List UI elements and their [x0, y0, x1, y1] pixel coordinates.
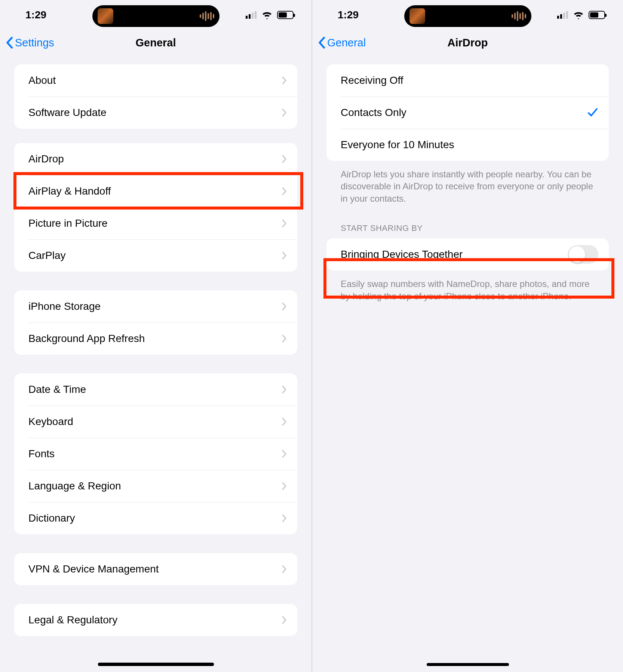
row-receiving-off[interactable]: Receiving Off	[326, 64, 609, 97]
group-legal: Legal & Regulatory	[14, 604, 297, 636]
sharing-header: START SHARING BY	[326, 223, 609, 238]
row-language-region[interactable]: Language & Region	[14, 470, 297, 502]
audio-wave-icon	[512, 10, 526, 22]
row-label: Language & Region	[28, 480, 121, 492]
home-indicator[interactable]	[427, 663, 509, 666]
svg-rect-6	[563, 13, 565, 19]
toggle-bringing-devices[interactable]	[568, 245, 598, 264]
row-label: Software Update	[28, 107, 107, 119]
row-background-app-refresh[interactable]: Background App Refresh	[14, 323, 297, 355]
row-label: Legal & Regulatory	[28, 614, 117, 626]
row-keyboard[interactable]: Keyboard	[14, 406, 297, 438]
row-date-time[interactable]: Date & Time	[14, 373, 297, 406]
receiving-footer: AirDrop lets you share instantly with pe…	[326, 168, 609, 205]
chevron-right-icon	[282, 187, 287, 196]
row-label: Dictionary	[28, 512, 75, 524]
navbar: Settings General	[0, 30, 312, 55]
general-content: About Software Update AirDrop AirPlay & …	[0, 55, 312, 636]
chevron-left-icon	[5, 37, 13, 49]
status-bar: 1:29	[0, 0, 312, 30]
home-indicator[interactable]	[98, 663, 214, 666]
row-fonts[interactable]: Fonts	[14, 438, 297, 470]
back-label: Settings	[15, 37, 54, 49]
chevron-right-icon	[282, 417, 287, 426]
chevron-right-icon	[282, 514, 287, 523]
row-label: Date & Time	[28, 384, 86, 395]
back-button[interactable]: General	[317, 37, 366, 49]
chevron-right-icon	[282, 565, 287, 574]
svg-rect-4	[557, 16, 559, 19]
row-contacts-only[interactable]: Contacts Only	[326, 97, 609, 129]
chevron-right-icon	[282, 108, 287, 117]
now-playing-art	[409, 8, 425, 24]
row-airdrop[interactable]: AirDrop	[14, 143, 297, 175]
row-label: Keyboard	[28, 416, 73, 428]
row-label: Everyone for 10 Minutes	[341, 139, 454, 151]
now-playing-art	[98, 8, 113, 24]
chevron-right-icon	[282, 482, 287, 491]
row-airplay-handoff[interactable]: AirPlay & Handoff	[14, 175, 297, 207]
cellular-icon	[557, 11, 568, 19]
status-icons	[246, 11, 294, 19]
chevron-right-icon	[282, 155, 287, 164]
row-label: Receiving Off	[341, 74, 403, 86]
row-label: Contacts Only	[341, 107, 406, 119]
status-bar: 1:29	[312, 0, 623, 30]
chevron-right-icon	[282, 251, 287, 260]
dynamic-island[interactable]	[92, 5, 220, 27]
row-label: Bringing Devices Together	[341, 248, 463, 260]
phone-general: 1:29 Settings General	[0, 0, 312, 672]
battery-icon	[277, 11, 294, 19]
row-bringing-devices-together[interactable]: Bringing Devices Together	[326, 238, 609, 271]
svg-rect-1	[249, 14, 251, 19]
back-button[interactable]: Settings	[5, 37, 54, 49]
row-label: Background App Refresh	[28, 333, 145, 345]
row-label: VPN & Device Management	[28, 563, 159, 575]
battery-icon	[589, 11, 605, 19]
svg-rect-0	[246, 16, 248, 19]
chevron-right-icon	[282, 449, 287, 458]
row-iphone-storage[interactable]: iPhone Storage	[14, 290, 297, 323]
chevron-right-icon	[282, 302, 287, 311]
row-software-update[interactable]: Software Update	[14, 97, 297, 129]
back-label: General	[327, 37, 366, 49]
dynamic-island[interactable]	[404, 5, 531, 27]
chevron-right-icon	[282, 219, 287, 228]
svg-rect-5	[560, 14, 562, 19]
chevron-right-icon	[282, 76, 287, 85]
row-carplay[interactable]: CarPlay	[14, 239, 297, 272]
chevron-right-icon	[282, 385, 287, 394]
wifi-icon	[573, 11, 584, 19]
row-label: CarPlay	[28, 250, 66, 262]
page-title: AirDrop	[448, 37, 488, 49]
row-label: Picture in Picture	[28, 217, 108, 229]
row-label: Fonts	[28, 448, 55, 460]
row-picture-in-picture[interactable]: Picture in Picture	[14, 207, 297, 239]
group-storage: iPhone Storage Background App Refresh	[14, 290, 297, 355]
toggle-knob	[569, 246, 585, 263]
svg-rect-2	[252, 13, 254, 19]
row-label: AirPlay & Handoff	[28, 185, 111, 197]
svg-rect-7	[566, 11, 568, 19]
row-about[interactable]: About	[14, 64, 297, 97]
page-title: General	[136, 37, 176, 49]
row-legal-regulatory[interactable]: Legal & Regulatory	[14, 604, 297, 636]
chevron-right-icon	[282, 334, 287, 343]
row-everyone-10-minutes[interactable]: Everyone for 10 Minutes	[326, 129, 609, 161]
group-datetime: Date & Time Keyboard Fonts Language & Re…	[14, 373, 297, 534]
status-icons	[557, 11, 605, 19]
group-airdrop: AirDrop AirPlay & Handoff Picture in Pic…	[14, 143, 297, 272]
sharing-footer: Easily swap numbers with NameDrop, share…	[326, 278, 609, 302]
svg-rect-3	[255, 11, 257, 19]
status-time: 1:29	[338, 9, 383, 21]
group-about: About Software Update	[14, 64, 297, 129]
group-sharing: Bringing Devices Together	[326, 238, 609, 271]
phone-airdrop: 1:29 General AirDrop	[312, 0, 623, 672]
row-dictionary[interactable]: Dictionary	[14, 502, 297, 534]
chevron-right-icon	[282, 616, 287, 624]
row-label: About	[28, 74, 56, 86]
row-vpn-device-management[interactable]: VPN & Device Management	[14, 553, 297, 585]
wifi-icon	[261, 11, 273, 19]
cellular-icon	[246, 11, 257, 19]
audio-wave-icon	[200, 10, 214, 22]
